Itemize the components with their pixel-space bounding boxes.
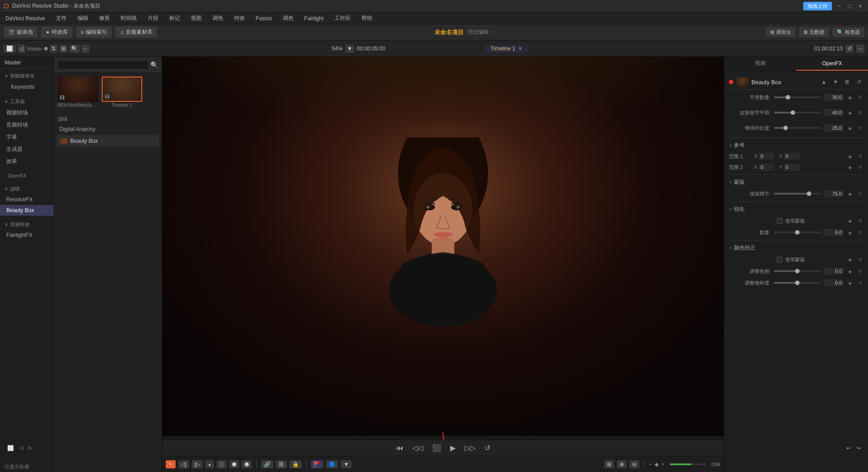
toolbox-title[interactable]: ∨ 工具箱 xyxy=(0,96,54,107)
preserve-reset[interactable]: ↺ xyxy=(856,190,863,197)
media-pool-button[interactable]: 🎬 媒体池 xyxy=(4,27,37,38)
next-frame-btn[interactable]: ▷ xyxy=(27,444,34,452)
play-forward-btn[interactable]: ▷▷ xyxy=(463,443,477,453)
range1-reset[interactable]: ↺ xyxy=(856,153,863,160)
chain-btn[interactable]: ⛓ xyxy=(276,460,287,468)
saturation-reset[interactable]: ↺ xyxy=(856,279,863,286)
link-btn[interactable]: 🔗 xyxy=(261,460,273,468)
fx-enable-dot[interactable] xyxy=(729,80,733,84)
sharpen-section-header[interactable]: ∨ 锐化 xyxy=(724,204,868,215)
preserve-value[interactable]: 75.0 xyxy=(823,190,844,197)
audio-library-button[interactable]: ♫ 音频素材库 xyxy=(115,27,157,38)
sort-button[interactable]: ⇅ xyxy=(50,45,58,53)
contrast-reset-btn[interactable]: ↺ xyxy=(856,124,863,132)
range2-x-val[interactable]: 0 xyxy=(759,163,774,171)
maximize-button[interactable]: □ xyxy=(845,2,854,10)
sharpen-use-mask-reset[interactable]: ↺ xyxy=(856,217,863,224)
color-dropdown[interactable]: ▼ xyxy=(341,460,352,468)
skin-value[interactable]: 40.0 xyxy=(823,109,844,116)
range1-x-val[interactable]: 0 xyxy=(759,153,774,160)
menu-fusion[interactable]: Fusion xyxy=(254,14,274,23)
aspect-ratio-btn[interactable]: ⬜ xyxy=(5,444,16,452)
smoothing-value[interactable]: 30.0 xyxy=(823,94,844,101)
audio-transition-item[interactable]: 音频转场 xyxy=(0,119,54,131)
zoom-fit-btn[interactable]: ⊞ xyxy=(604,460,614,468)
edit-index-button[interactable]: ≡ 编辑索引 xyxy=(76,27,112,38)
volume-slider[interactable] xyxy=(670,463,706,465)
search-button[interactable]: 🔍 xyxy=(69,45,80,53)
more-options-right[interactable]: ··· xyxy=(856,45,864,53)
color-use-mask-keyframe[interactable]: ◆ xyxy=(846,256,854,263)
menu-clip[interactable]: 片段 xyxy=(146,14,160,23)
beauty-box-filter-item[interactable]: Beauty Box xyxy=(57,135,159,147)
tool-trim-in[interactable]: ◁| xyxy=(178,460,189,468)
range2-y-val[interactable]: 0 xyxy=(784,163,800,171)
smoothing-reset-btn[interactable]: ↺ xyxy=(856,94,863,101)
fx-down-btn[interactable]: ▼ xyxy=(831,77,840,86)
grid-view-button[interactable]: ⊞ xyxy=(59,45,68,53)
filter-category-item[interactable]: Digital Anarchy xyxy=(57,124,159,134)
fx-reset-btn[interactable]: ↺ xyxy=(854,77,863,86)
play-back-btn[interactable]: ◁◁ xyxy=(411,443,425,453)
smart-media-title[interactable]: ∨ 智能媒体夹 xyxy=(0,71,54,81)
minimize-button[interactable]: − xyxy=(835,2,843,10)
hue-keyframe[interactable]: ◆ xyxy=(846,268,854,275)
tab-video[interactable]: 视频 xyxy=(724,57,796,71)
color-use-mask-reset[interactable]: ↺ xyxy=(856,256,863,263)
timeline-selector[interactable]: Timeline 1 ▼ xyxy=(485,45,528,53)
tool-slip[interactable]: ⬡ xyxy=(217,460,226,468)
sharpen-use-mask-checkbox[interactable] xyxy=(777,218,782,224)
out-point-btn[interactable]: ↪ xyxy=(854,444,863,452)
mask-section-header[interactable]: ∨ 蒙版 xyxy=(724,177,868,188)
sharpen-amount-reset[interactable]: ↺ xyxy=(856,229,863,236)
menu-effects[interactable]: 特效 xyxy=(232,14,247,23)
sharpen-amount-keyframe[interactable]: ◆ xyxy=(846,229,854,236)
audio-fx-title[interactable]: ∨ 音频特效 xyxy=(0,219,54,230)
saturation-keyframe[interactable]: ◆ xyxy=(846,279,854,286)
range1-y-val[interactable]: 0 xyxy=(784,153,800,160)
skin-reset-btn[interactable]: ↺ xyxy=(856,109,863,116)
keywords-item[interactable]: Keywords xyxy=(6,82,54,92)
color-use-mask-checkbox[interactable] xyxy=(777,257,782,263)
tool-dynamic[interactable]: ⬣ xyxy=(242,460,252,468)
play-btn[interactable]: ▶ xyxy=(448,443,457,453)
menu-help[interactable]: 帮助 xyxy=(360,14,374,23)
menu-timeline[interactable]: 时间线 xyxy=(119,14,139,23)
menu-trim[interactable]: 修剪 xyxy=(97,14,112,23)
hue-slider[interactable] xyxy=(774,270,821,272)
openfx-title[interactable]: › OpenFX xyxy=(0,171,54,180)
color-correction-header[interactable]: ∨ 颜色校正 xyxy=(724,242,868,254)
filter-title[interactable]: ∨ 滤镜 xyxy=(0,184,54,194)
skin-keyframe-btn[interactable]: ◆ xyxy=(846,109,854,116)
menu-fairlight[interactable]: Fairlight xyxy=(303,14,326,23)
contrast-slider[interactable] xyxy=(774,127,821,129)
tool-select[interactable]: ↖ xyxy=(166,460,176,468)
tool-blade[interactable]: ⬥ xyxy=(205,460,214,468)
menu-workspace[interactable]: 工作区 xyxy=(333,14,353,23)
prev-frame-btn[interactable]: ◁ xyxy=(18,444,25,452)
menu-mark[interactable]: 标记 xyxy=(167,14,182,23)
hue-reset[interactable]: ↺ xyxy=(856,268,863,275)
sharpen-amount-value[interactable]: 0.0 xyxy=(823,229,844,236)
lock-btn[interactable]: 🔒 xyxy=(289,460,302,468)
menu-edit[interactable]: 编辑 xyxy=(76,14,90,23)
range1-keyframe[interactable]: ◆ xyxy=(846,153,854,160)
arrow-left[interactable]: ◁ xyxy=(18,45,25,53)
metadata-button[interactable]: ≣ 元数据 xyxy=(799,27,829,37)
hue-value[interactable]: 0.0 xyxy=(823,268,844,275)
smoothing-keyframe-btn[interactable]: ◆ xyxy=(846,94,854,101)
inspector-button[interactable]: 🔍 检查器 xyxy=(832,27,864,37)
color-flag[interactable]: 🔵 xyxy=(326,460,338,468)
mixer-button[interactable]: ⊞ 调音台 xyxy=(766,27,796,37)
flags-btn[interactable]: 🚩 xyxy=(311,460,323,468)
preserve-slider[interactable] xyxy=(774,193,821,195)
loop-btn[interactable]: ↺ xyxy=(483,443,492,453)
preserve-keyframe[interactable]: ◆ xyxy=(846,190,854,197)
collapse-favorites[interactable]: 仅显示收藏 xyxy=(0,461,54,472)
contrast-keyframe-btn[interactable]: ◆ xyxy=(846,124,854,132)
skin-slider[interactable] xyxy=(774,112,821,113)
menu-view[interactable]: 视图 xyxy=(189,14,203,23)
upload-button[interactable]: 拖拽上传 xyxy=(803,2,832,10)
range2-keyframe[interactable]: ◆ xyxy=(846,163,854,171)
stop-btn[interactable]: ⬛ xyxy=(430,443,443,453)
